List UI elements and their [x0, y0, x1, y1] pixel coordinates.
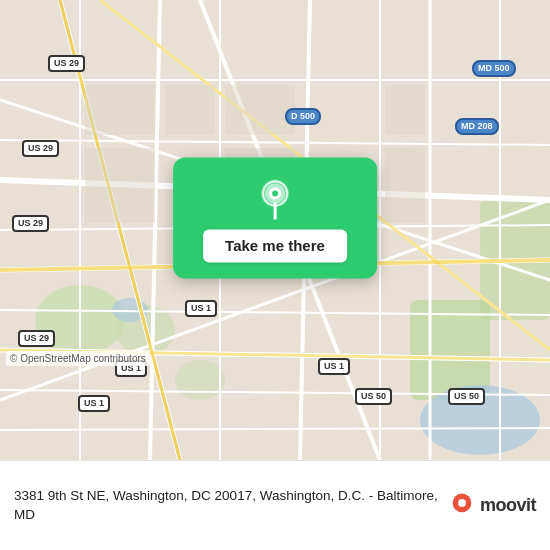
road-badge-us1-1: US 1	[185, 300, 217, 317]
moovit-logo: moovit	[448, 492, 536, 520]
road-badge-us1-3: US 1	[78, 395, 110, 412]
road-badge-us50-1: US 50	[355, 388, 392, 405]
road-badge-md500-2: D 500	[285, 108, 321, 125]
road-badge-us50-2: US 50	[448, 388, 485, 405]
map-pin-icon	[253, 175, 297, 219]
svg-point-44	[272, 190, 278, 196]
address-text: 3381 9th St NE, Washington, DC 20017, Wa…	[14, 487, 438, 525]
svg-rect-40	[385, 148, 425, 223]
moovit-pin-icon	[448, 492, 476, 520]
svg-rect-39	[385, 85, 425, 135]
road-badge-us29-2: US 29	[22, 140, 59, 157]
moovit-brand-text: moovit	[480, 495, 536, 516]
road-badge-md500-1: MD 500	[472, 60, 516, 77]
road-badge-us29-1: US 29	[48, 55, 85, 72]
svg-rect-36	[165, 85, 215, 135]
svg-point-47	[458, 499, 466, 507]
svg-rect-34	[85, 85, 155, 135]
map-container: US 29 US 29 US 29 US 29 US 1 US 1 US 1 U…	[0, 0, 550, 460]
info-bar: 3381 9th St NE, Washington, DC 20017, Wa…	[0, 460, 550, 550]
svg-point-5	[175, 360, 225, 400]
svg-rect-35	[85, 148, 155, 223]
road-badge-md208: MD 208	[455, 118, 499, 135]
osm-attribution: © OpenStreetMap contributors	[6, 351, 150, 366]
road-badge-us29-4: US 29	[18, 330, 55, 347]
svg-rect-37	[225, 85, 295, 135]
location-card: Take me there	[173, 157, 377, 278]
take-me-there-button[interactable]: Take me there	[203, 229, 347, 262]
road-badge-us29-3: US 29	[12, 215, 49, 232]
road-badge-us1-4: US 1	[318, 358, 350, 375]
